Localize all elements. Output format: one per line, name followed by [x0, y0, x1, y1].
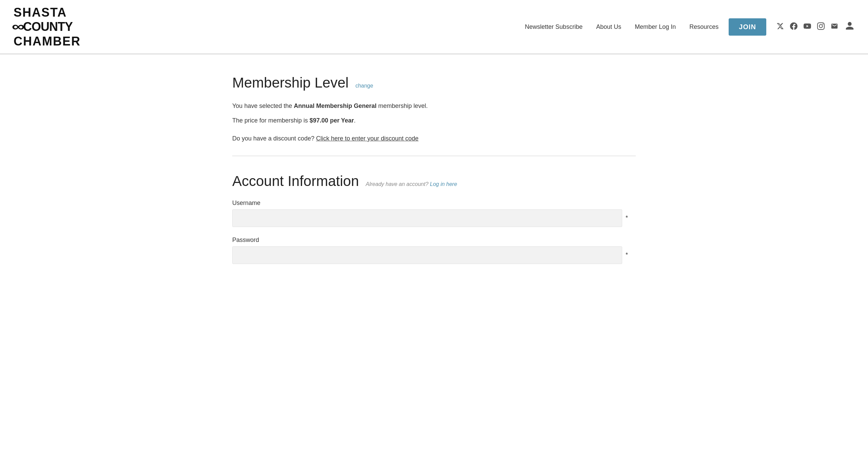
youtube-icon[interactable]	[804, 22, 811, 32]
membership-selected-text: You have selected the Annual Membership …	[232, 101, 636, 111]
email-icon[interactable]	[831, 22, 838, 32]
nav-about-us[interactable]: About Us	[596, 23, 621, 31]
password-input[interactable]	[232, 246, 622, 264]
password-field-group: Password *	[232, 237, 636, 264]
membership-price-text: The price for membership is $97.00 per Y…	[232, 116, 636, 126]
membership-level-title: Membership Level	[232, 75, 349, 91]
social-icons-group	[776, 22, 838, 32]
password-input-wrapper: *	[232, 246, 636, 264]
discount-prompt-text: Do you have a discount code?	[232, 135, 314, 142]
password-required-star: *	[626, 251, 628, 259]
instagram-icon[interactable]	[817, 22, 825, 32]
password-label: Password	[232, 237, 636, 244]
main-content: Membership Level change You have selecte…	[205, 54, 663, 305]
logo-line-chamber: CHAMBER	[14, 34, 81, 48]
main-nav: Newsletter Subscribe About Us Member Log…	[525, 23, 718, 31]
username-input[interactable]	[232, 209, 622, 227]
nav-member-log-in[interactable]: Member Log In	[635, 23, 676, 31]
site-logo[interactable]: SHASTA ∞COUNTY CHAMBER	[14, 5, 81, 48]
account-icon[interactable]	[845, 21, 854, 33]
logo-infinity: ∞	[12, 19, 24, 34]
username-input-wrapper: *	[232, 209, 636, 227]
section-divider	[232, 156, 636, 156]
change-level-link[interactable]: change	[355, 83, 373, 89]
join-button[interactable]: JOIN	[729, 18, 766, 36]
site-header: SHASTA ∞COUNTY CHAMBER Newsletter Subscr…	[0, 0, 868, 54]
membership-section: Membership Level change You have selecte…	[232, 75, 636, 142]
twitter-icon[interactable]	[776, 22, 784, 32]
account-section: Account Information Already have an acco…	[232, 173, 636, 264]
username-field-group: Username *	[232, 200, 636, 227]
logo-line-county: ∞COUNTY	[14, 19, 81, 34]
membership-level-name: Annual Membership General	[294, 102, 376, 109]
already-account-text: Already have an account? Log in here	[366, 181, 457, 187]
discount-code-link[interactable]: Click here to enter your discount code	[316, 135, 418, 142]
facebook-icon[interactable]	[790, 22, 797, 32]
logo-line-shasta: SHASTA	[14, 5, 81, 19]
username-required-star: *	[626, 214, 628, 222]
membership-price: $97.00 per Year	[310, 117, 354, 124]
account-info-title: Account Information	[232, 173, 359, 189]
membership-heading-group: Membership Level change	[232, 75, 636, 91]
login-here-link[interactable]: Log in here	[430, 181, 457, 187]
nav-resources[interactable]: Resources	[689, 23, 718, 31]
account-heading-group: Account Information Already have an acco…	[232, 173, 636, 189]
nav-newsletter-subscribe[interactable]: Newsletter Subscribe	[525, 23, 583, 31]
discount-section: Do you have a discount code? Click here …	[232, 135, 636, 142]
username-label: Username	[232, 200, 636, 207]
